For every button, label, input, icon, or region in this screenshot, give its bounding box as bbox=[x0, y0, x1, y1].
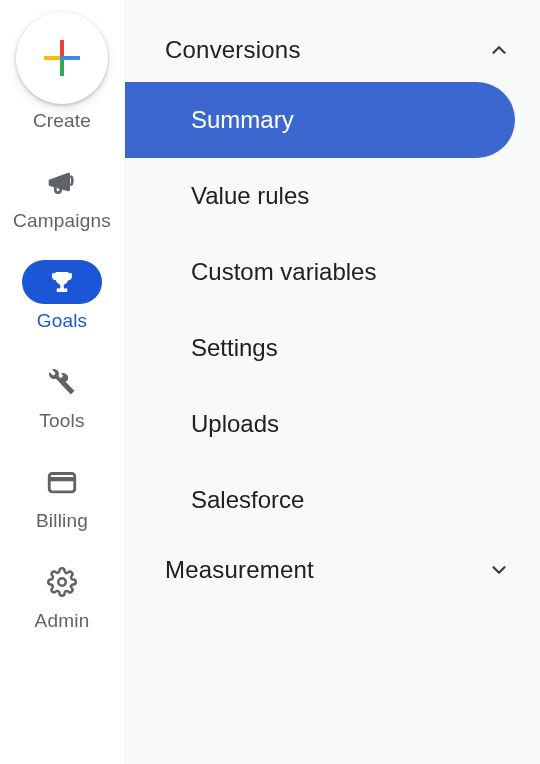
group-title: Measurement bbox=[165, 556, 314, 584]
svg-point-9 bbox=[58, 578, 66, 586]
rail-label: Goals bbox=[37, 310, 88, 332]
rail-label: Tools bbox=[39, 410, 84, 432]
chevron-up-icon bbox=[488, 39, 510, 61]
svg-rect-5 bbox=[61, 284, 63, 289]
rail-item-admin[interactable]: Admin bbox=[0, 560, 124, 632]
secondary-panel: Conversions Summary Value rules Custom v… bbox=[125, 0, 540, 764]
chevron-down-icon bbox=[488, 559, 510, 581]
left-rail: Create Campaigns Goals bbox=[0, 0, 125, 764]
svg-rect-0 bbox=[60, 40, 64, 56]
sub-item-label: Custom variables bbox=[191, 258, 376, 285]
rail-label: Billing bbox=[36, 510, 88, 532]
sub-item-label: Value rules bbox=[191, 182, 309, 209]
plus-icon bbox=[42, 38, 82, 78]
sub-item-custom-variables[interactable]: Custom variables bbox=[125, 234, 540, 310]
rail-item-goals[interactable]: Goals bbox=[0, 260, 124, 332]
sub-item-uploads[interactable]: Uploads bbox=[125, 386, 540, 462]
svg-rect-2 bbox=[44, 56, 60, 60]
sub-item-label: Uploads bbox=[191, 410, 279, 437]
tools-icon bbox=[47, 367, 77, 397]
group-header-measurement[interactable]: Measurement bbox=[125, 538, 540, 602]
svg-rect-4 bbox=[60, 56, 64, 60]
svg-rect-3 bbox=[64, 56, 80, 60]
group-title: Conversions bbox=[165, 36, 301, 64]
svg-rect-7 bbox=[49, 474, 75, 492]
sub-item-salesforce[interactable]: Salesforce bbox=[125, 462, 540, 538]
sub-item-label: Salesforce bbox=[191, 486, 304, 513]
sub-item-label: Summary bbox=[191, 106, 294, 133]
create-button[interactable] bbox=[16, 12, 108, 104]
credit-card-icon bbox=[45, 465, 79, 499]
rail-item-campaigns[interactable]: Campaigns bbox=[0, 160, 124, 232]
sub-item-summary[interactable]: Summary bbox=[125, 82, 515, 158]
create-label: Create bbox=[33, 110, 91, 132]
create-menu[interactable]: Create bbox=[16, 12, 108, 132]
sub-item-value-rules[interactable]: Value rules bbox=[125, 158, 540, 234]
rail-item-tools[interactable]: Tools bbox=[0, 360, 124, 432]
svg-rect-1 bbox=[60, 60, 64, 76]
group-header-conversions[interactable]: Conversions bbox=[125, 18, 540, 82]
trophy-icon bbox=[48, 268, 76, 296]
sub-item-settings[interactable]: Settings bbox=[125, 310, 540, 386]
sub-item-label: Settings bbox=[191, 334, 278, 361]
rail-label: Campaigns bbox=[13, 210, 111, 232]
rail-label: Admin bbox=[35, 610, 90, 632]
gear-icon bbox=[47, 567, 77, 597]
svg-rect-6 bbox=[57, 289, 66, 291]
megaphone-icon bbox=[46, 166, 78, 198]
rail-item-billing[interactable]: Billing bbox=[0, 460, 124, 532]
